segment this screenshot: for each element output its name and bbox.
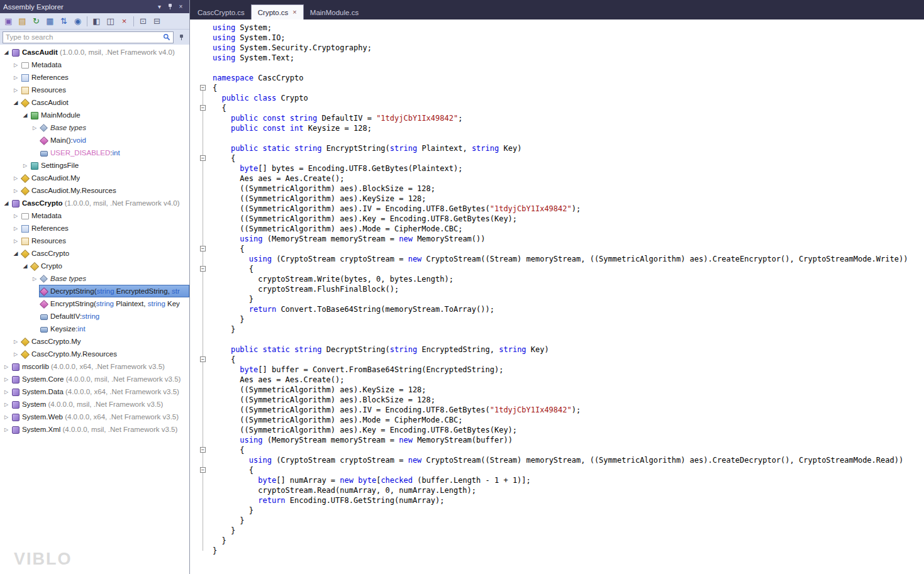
tree-item-label: CascAudiot.My.Resources <box>31 187 116 194</box>
close-icon[interactable]: × <box>292 9 296 16</box>
fold-collapse-icon[interactable]: − <box>200 105 206 111</box>
tree-item[interactable]: Main():void <box>0 134 189 146</box>
collapsed-arrow-icon[interactable]: ▷ <box>2 402 11 407</box>
tree-item[interactable]: ▷Metadata <box>0 58 189 71</box>
tree-item[interactable]: ▷mscorlib (4.0.0.0, x64, .Net Framework … <box>0 360 189 373</box>
tree-item[interactable]: ▷System.Data (4.0.0.0, x64, .Net Framewo… <box>0 385 189 398</box>
tree-item[interactable]: ▷SettingsFile <box>0 159 189 172</box>
expanded-arrow-icon[interactable]: ◢ <box>21 263 30 269</box>
tree-item[interactable]: ▷Metadata <box>0 209 189 222</box>
collapsed-arrow-icon[interactable]: ▷ <box>11 226 20 231</box>
expanded-arrow-icon[interactable]: ◢ <box>21 112 30 118</box>
chevron-down-icon[interactable]: ▾ <box>154 2 165 11</box>
search-box[interactable] <box>3 31 174 43</box>
collapsed-arrow-icon[interactable]: ▷ <box>11 238 20 244</box>
search-row <box>0 30 189 45</box>
tree-item[interactable]: ◢CascCrypto <box>0 247 189 260</box>
split-horizontal-icon[interactable]: ◧ <box>90 15 103 28</box>
tree-item[interactable]: ▷References <box>0 222 189 235</box>
fold-gutter <box>199 314 213 324</box>
code-editor[interactable]: using System;using System.IO;using Syste… <box>190 19 924 574</box>
search-input[interactable] <box>6 33 161 41</box>
fold-collapse-icon[interactable]: − <box>200 447 206 453</box>
tree-item[interactable]: ▷Base types <box>0 272 189 285</box>
tree-item[interactable]: ▷CascAudiot.My.Resources <box>0 184 189 197</box>
tree-item[interactable]: ◢CascAudiot <box>0 96 189 109</box>
fold-collapse-icon[interactable]: − <box>200 266 206 272</box>
collapsed-arrow-icon[interactable]: ▷ <box>2 377 11 382</box>
collapsed-arrow-icon[interactable]: ▷ <box>11 213 20 219</box>
expanded-arrow-icon[interactable]: ◢ <box>2 200 11 206</box>
collapsed-arrow-icon[interactable]: ▷ <box>30 125 39 131</box>
fold-collapse-icon[interactable]: − <box>200 356 206 362</box>
collapsed-arrow-icon[interactable]: ▷ <box>11 175 20 181</box>
tree-item[interactable]: EncryptString(string Plaintext, string K… <box>0 297 189 310</box>
tree-item[interactable]: ▷Resources <box>0 84 189 96</box>
collapsed-arrow-icon[interactable]: ▷ <box>11 62 20 68</box>
collapsed-arrow-icon[interactable]: ▷ <box>11 87 20 93</box>
tree-item[interactable]: ▷CascCrypto.My <box>0 335 189 348</box>
tab-CascCrypto.cs[interactable]: CascCrypto.cs <box>191 5 251 19</box>
assembly-icon <box>11 413 19 421</box>
search-pin-icon[interactable] <box>176 33 187 42</box>
code-line: cryptoStream.FlushFinalBlock(); <box>199 284 924 294</box>
collapsed-arrow-icon[interactable]: ▷ <box>2 414 11 420</box>
tree-item[interactable]: ▷System (4.0.0.0, msil, .Net Framework v… <box>0 398 189 411</box>
expanded-arrow-icon[interactable]: ◢ <box>2 49 11 55</box>
reload-assemblies-icon[interactable]: ↻ <box>30 15 43 28</box>
panel-titlebar[interactable]: Assembly Explorer ▾ × <box>0 0 189 13</box>
tree-item[interactable]: ▷Resources <box>0 235 189 247</box>
tree-item[interactable]: ▷System.Xml (4.0.0.0, msil, .Net Framewo… <box>0 423 189 436</box>
tree-item[interactable]: USER_DISABLED:int <box>0 146 189 159</box>
settings-icon <box>30 162 38 170</box>
collapsed-arrow-icon[interactable]: ▷ <box>11 339 20 345</box>
collapsed-arrow-icon[interactable]: ▷ <box>2 364 11 370</box>
collapsed-arrow-icon[interactable]: ▷ <box>21 163 30 168</box>
fold-gutter <box>199 204 213 214</box>
tree-item[interactable]: ◢CascCrypto (1.0.0.0, msil, .Net Framewo… <box>0 197 189 209</box>
open-folder-icon[interactable]: ▤ <box>16 15 29 28</box>
fold-collapse-icon[interactable]: − <box>200 246 206 251</box>
code-line: ((SymmetricAlgorithm) aes).BlockSize = 1… <box>199 184 924 194</box>
collapsed-arrow-icon[interactable]: ▷ <box>11 188 20 194</box>
fold-collapse-icon[interactable]: − <box>200 155 206 161</box>
previous-document-icon[interactable]: ⊡ <box>136 15 150 28</box>
assembly-icon <box>11 199 19 207</box>
tab-Crypto.cs[interactable]: Crypto.cs× <box>251 4 304 19</box>
open-assembly-icon[interactable]: ▣ <box>2 15 15 28</box>
tree-item[interactable]: ▷References <box>0 71 189 84</box>
collapsed-arrow-icon[interactable]: ▷ <box>2 427 11 433</box>
tree-item[interactable]: ▷System.Web (4.0.0.0, x64, .Net Framewor… <box>0 411 189 423</box>
close-all-documents-icon[interactable]: × <box>118 15 131 28</box>
assembly-list-icon[interactable]: ▦ <box>43 15 57 28</box>
collapsed-arrow-icon[interactable]: ▷ <box>30 276 39 282</box>
code-line: } <box>199 324 924 334</box>
fold-gutter <box>199 63 213 73</box>
tree-item[interactable]: DecryptString(string EncryptedString, st… <box>0 285 189 297</box>
fold-collapse-icon[interactable]: − <box>200 85 206 91</box>
pin-icon[interactable] <box>165 2 175 11</box>
tree-item[interactable]: Keysize:int <box>0 323 189 335</box>
tree-item[interactable]: ◢CascAudit (1.0.0.0, msil, .Net Framewor… <box>0 46 189 58</box>
next-document-icon[interactable]: ⊟ <box>150 15 164 28</box>
collapsed-arrow-icon[interactable]: ▷ <box>2 389 11 395</box>
tree-item[interactable]: ▷CascCrypto.My.Resources <box>0 348 189 360</box>
tree-item[interactable]: ▷CascAudiot.My <box>0 172 189 184</box>
split-vertical-icon[interactable]: ◫ <box>104 15 117 28</box>
code-line: public const int Keysize = 128; <box>199 123 924 133</box>
tree-item[interactable]: ▷Base types <box>0 121 189 134</box>
tree-item[interactable]: DefaultIV:string <box>0 310 189 323</box>
collapsed-arrow-icon[interactable]: ▷ <box>11 351 20 357</box>
tree-item[interactable]: ◢Crypto <box>0 260 189 272</box>
collapse-all-icon[interactable]: ⇅ <box>57 15 70 28</box>
collapsed-arrow-icon[interactable]: ▷ <box>11 75 20 80</box>
tree-item[interactable]: ▷System.Core (4.0.0.0, msil, .Net Framew… <box>0 373 189 385</box>
fold-collapse-icon[interactable]: − <box>200 467 206 473</box>
close-icon[interactable]: × <box>175 2 186 11</box>
tab-MainModule.cs[interactable]: MainModule.cs <box>304 5 365 19</box>
assembly-icon <box>11 363 19 371</box>
expanded-arrow-icon[interactable]: ◢ <box>11 250 20 257</box>
search-assemblies-icon[interactable]: ◉ <box>71 15 84 28</box>
expanded-arrow-icon[interactable]: ◢ <box>11 99 20 106</box>
tree-item[interactable]: ◢MainModule <box>0 109 189 121</box>
